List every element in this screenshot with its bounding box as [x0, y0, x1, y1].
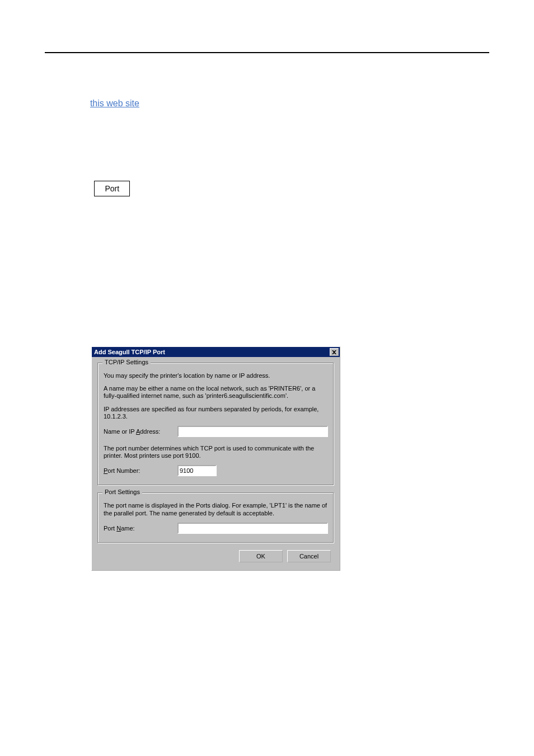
body-line-8: Double click the icon to open the spoole…: [45, 164, 489, 177]
body-line-4: [45, 110, 489, 124]
body-line-6: [45, 137, 489, 151]
dialog-title: Add Seagull TCP/IP Port: [94, 349, 330, 355]
port-settings-legend: Port Settings: [102, 489, 142, 495]
port-box: Port: [94, 181, 130, 196]
driver-website-link[interactable]: this web site: [90, 98, 139, 108]
add-seagull-port-dialog: Add Seagull TCP/IP Port TCP/IP Settings …: [91, 346, 340, 571]
port-number-input[interactable]: [177, 465, 217, 476]
body-line-2: If there is no driver to you printer, co…: [45, 83, 489, 97]
dialog-titlebar: Add Seagull TCP/IP Port: [92, 347, 340, 357]
body-line-5: [45, 124, 489, 137]
body-line-9: choose the "Port" tab.: [45, 177, 489, 200]
tcpip-text-4: The port number determines which TCP por…: [104, 445, 328, 459]
close-icon[interactable]: [330, 348, 339, 356]
cancel-button[interactable]: Cancel: [287, 550, 331, 562]
body-line-7: After the installation, you should see t…: [45, 151, 489, 164]
port-name-label: Port Name:: [104, 525, 177, 532]
page-header-rule: [45, 35, 489, 53]
tcpip-text-2: A name may be either a name on the local…: [104, 385, 328, 400]
name-or-ip-input[interactable]: [177, 426, 328, 437]
port-settings-text-1: The port name is displayed in the Ports …: [104, 502, 328, 516]
port-number-label: Port Number:: [104, 467, 177, 474]
body-line-3: driver from this web site:: [45, 97, 489, 110]
body-content: If there is no driver to you printer, co…: [45, 53, 489, 200]
port-settings-group: Port Settings The port name is displayed…: [97, 492, 334, 543]
tcpip-settings-group: TCP/IP Settings You may specify the prin…: [97, 363, 334, 486]
tcpip-text-3: IP addresses are specified as four numbe…: [104, 406, 328, 420]
ok-button[interactable]: OK: [239, 550, 283, 562]
tcpip-legend: TCP/IP Settings: [102, 359, 151, 365]
tcpip-text-1: You may specify the printer's location b…: [104, 372, 328, 379]
port-name-input[interactable]: [177, 523, 328, 534]
name-or-ip-label: Name or IP Address:: [104, 428, 177, 435]
body-line-1: [45, 70, 489, 83]
